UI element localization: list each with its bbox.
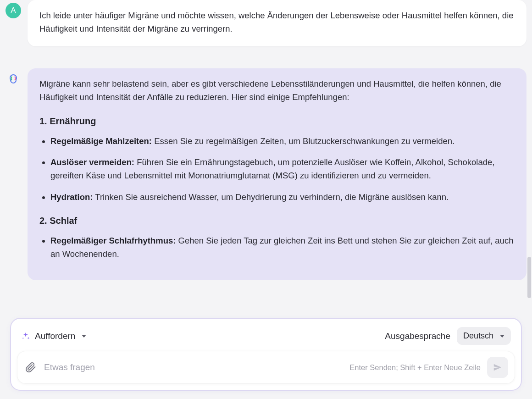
assistant-intro: Migräne kann sehr belastend sein, aber e… <box>39 78 515 104</box>
mode-label: Auffordern <box>35 331 75 341</box>
avatar-letter: A <box>11 6 16 15</box>
chevron-down-icon <box>500 335 504 338</box>
send-button[interactable] <box>487 357 508 378</box>
language-controls: Ausgabesprache Deutsch <box>385 327 511 345</box>
assistant-message-row: Migräne kann sehr belastend sein, aber e… <box>6 68 526 280</box>
send-icon <box>493 362 503 372</box>
message-input[interactable] <box>44 362 343 372</box>
chevron-down-icon <box>82 335 86 338</box>
section-list: Regelmäßige Mahlzeiten: Essen Sie zu reg… <box>39 135 515 204</box>
user-message-row: A Ich leide unter häufiger Migräne und m… <box>6 0 526 46</box>
assistant-message-bubble: Migräne kann sehr belastend sein, aber e… <box>28 68 526 280</box>
section-heading: 2. Schlaf <box>39 214 515 228</box>
input-hint: Enter Senden; Shift + Enter Neue Zeile <box>349 363 481 372</box>
language-value: Deutsch <box>463 331 493 341</box>
chat-scroll-area[interactable]: A Ich leide unter häufiger Migräne und m… <box>0 0 532 300</box>
user-avatar: A <box>6 3 21 18</box>
language-select[interactable]: Deutsch <box>457 327 511 345</box>
section-heading: 1. Ernährung <box>39 114 515 128</box>
sparkle-icon <box>21 332 30 341</box>
list-item: Regelmäßiger Schlafrhythmus: Gehen Sie j… <box>50 234 515 260</box>
list-item-text: Essen Sie zu regelmäßigen Zeiten, um Blu… <box>152 136 454 146</box>
list-item-label: Auslöser vermeiden: <box>50 157 134 167</box>
list-item-text: Trinken Sie ausreichend Wasser, um Dehyd… <box>93 192 449 202</box>
composer-top-row: Auffordern Ausgabesprache Deutsch <box>17 325 515 351</box>
composer-panel: Auffordern Ausgabesprache Deutsch Enter … <box>10 318 522 391</box>
user-message-text: Ich leide unter häufiger Migräne und möc… <box>39 11 514 33</box>
output-language-label: Ausgabesprache <box>385 331 450 341</box>
attach-button[interactable] <box>24 360 38 374</box>
list-item-label: Regelmäßige Mahlzeiten: <box>50 136 152 146</box>
assistant-logo-icon <box>8 73 19 84</box>
assistant-avatar <box>6 71 21 87</box>
composer-input-row: Enter Senden; Shift + Enter Neue Zeile <box>17 351 515 383</box>
list-item: Regelmäßige Mahlzeiten: Essen Sie zu reg… <box>50 135 515 148</box>
section-list: Regelmäßiger Schlafrhythmus: Gehen Sie j… <box>39 234 515 260</box>
paperclip-icon <box>25 362 36 373</box>
mode-selector[interactable]: Auffordern <box>21 331 86 341</box>
user-message-bubble: Ich leide unter häufiger Migräne und möc… <box>28 0 526 46</box>
list-item-label: Regelmäßiger Schlafrhythmus: <box>50 236 176 245</box>
list-item: Auslöser vermeiden: Führen Sie ein Ernäh… <box>50 156 515 182</box>
scrollbar-thumb[interactable] <box>527 257 531 298</box>
list-item-label: Hydration: <box>50 192 93 202</box>
list-item: Hydration: Trinken Sie ausreichend Wasse… <box>50 191 515 204</box>
